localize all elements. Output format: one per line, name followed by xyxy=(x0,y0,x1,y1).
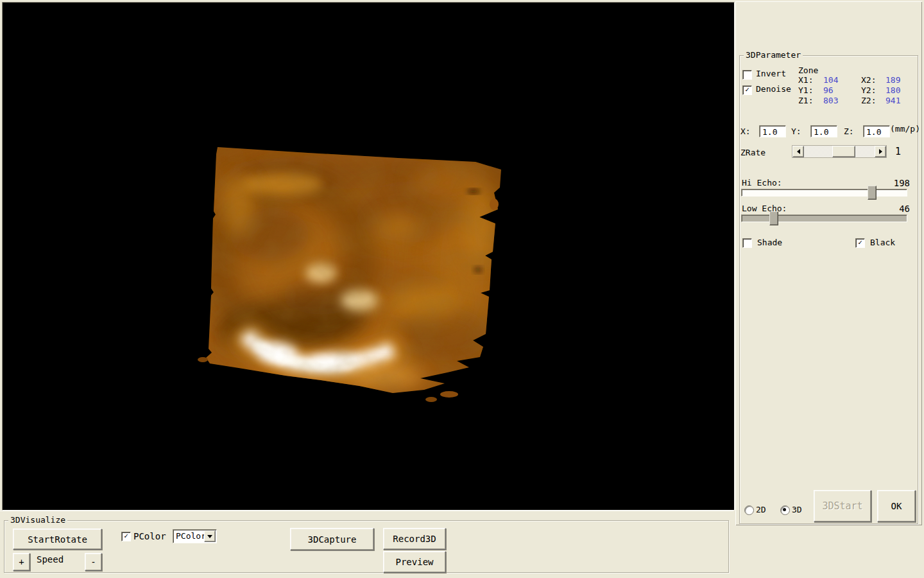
visualize-group-title: 3DVisualize xyxy=(8,516,67,525)
zone-x2-value: 189 xyxy=(886,76,900,85)
3dcapture-button[interactable]: 3DCapture xyxy=(290,528,374,550)
scale-x-input[interactable] xyxy=(759,125,786,137)
ok-button[interactable]: OK xyxy=(877,490,916,522)
invert-label: Invert xyxy=(756,69,786,78)
zrate-label: ZRate xyxy=(740,148,766,157)
zone-x2-label: X2: xyxy=(861,76,876,85)
check-icon: ✓ xyxy=(124,532,128,539)
scale-y-input[interactable] xyxy=(810,125,837,137)
zrate-scroll-right-icon[interactable] xyxy=(875,146,886,157)
low-echo-label: Low Echo: xyxy=(742,204,787,213)
zone-z1-value: 803 xyxy=(823,96,838,105)
low-echo-slider-thumb[interactable] xyxy=(769,211,778,225)
preview-button[interactable]: Preview xyxy=(383,551,446,573)
zrate-scrollbar[interactable] xyxy=(792,145,887,158)
render-viewport[interactable] xyxy=(2,2,735,511)
zone-y1-value: 96 xyxy=(823,86,834,95)
pcolor-checkbox[interactable]: ✓ xyxy=(121,532,131,541)
scale-y-label: Y: xyxy=(791,127,801,136)
mode-3d-label: 3D xyxy=(792,505,802,514)
ultrasound-volume-render[interactable] xyxy=(3,3,734,510)
check-icon: ✓ xyxy=(745,86,749,93)
speed-minus-button[interactable]: - xyxy=(85,553,102,571)
pcolor-combobox[interactable]: PColor xyxy=(173,529,217,543)
3dstart-button[interactable]: 3DStart xyxy=(814,490,871,522)
hi-echo-value: 198 xyxy=(889,179,910,188)
dropdown-arrow-icon[interactable] xyxy=(204,530,216,542)
mode-2d-radio[interactable] xyxy=(744,505,754,515)
zone-y2-value: 180 xyxy=(886,86,900,95)
scale-unit: (mm/p) xyxy=(890,125,920,134)
pcolor-check-label: PColor xyxy=(133,532,166,541)
denoise-checkbox[interactable]: ✓ xyxy=(742,85,752,95)
shade-label: Shade xyxy=(757,238,782,247)
zone-z2-value: 941 xyxy=(886,96,900,105)
zrate-scrollbar-thumb[interactable] xyxy=(832,146,855,157)
zone-y1-label: Y1: xyxy=(798,86,813,95)
zone-z1-label: Z1: xyxy=(798,96,813,105)
denoise-label: Denoise xyxy=(756,85,791,94)
scale-x-label: X: xyxy=(740,127,751,136)
zone-z2-label: Z2: xyxy=(861,96,876,105)
shade-checkbox[interactable] xyxy=(742,238,752,248)
speed-plus-button[interactable]: + xyxy=(13,553,30,571)
check-icon: ✓ xyxy=(858,239,862,246)
scale-z-label: Z: xyxy=(844,127,854,136)
zrate-value: 1 xyxy=(895,147,901,156)
pcolor-combobox-value: PColor xyxy=(176,531,206,541)
parameter-group-title: 3DParameter xyxy=(744,51,803,60)
low-echo-slider-track[interactable] xyxy=(741,215,907,222)
zone-y2-label: Y2: xyxy=(861,86,876,95)
mode-3d-radio[interactable] xyxy=(780,505,790,515)
hi-echo-label: Hi Echo: xyxy=(742,179,782,188)
invert-checkbox[interactable] xyxy=(742,70,752,80)
zone-x1-value: 104 xyxy=(823,76,838,85)
record3d-button[interactable]: Record3D xyxy=(383,528,446,550)
scale-z-input[interactable] xyxy=(863,125,890,137)
black-checkbox[interactable]: ✓ xyxy=(855,238,865,248)
visualize-panel: 3DVisualize StartRotate ✓ PColor PColor … xyxy=(0,511,733,577)
mode-2d-label: 2D xyxy=(756,505,766,514)
zone-x1-label: X1: xyxy=(798,76,813,85)
zrate-scroll-left-icon[interactable] xyxy=(792,146,804,157)
speed-label: Speed xyxy=(37,555,64,564)
hi-echo-slider-thumb[interactable] xyxy=(868,186,877,200)
zone-title: Zone xyxy=(798,66,818,75)
parameter-panel: 3DParameter Invert ✓ Denoise Zone X1: 10… xyxy=(735,1,922,525)
low-echo-value: 46 xyxy=(889,204,910,213)
hi-echo-slider-track[interactable] xyxy=(741,189,907,197)
black-label: Black xyxy=(870,238,895,247)
start-rotate-button[interactable]: StartRotate xyxy=(13,529,102,550)
